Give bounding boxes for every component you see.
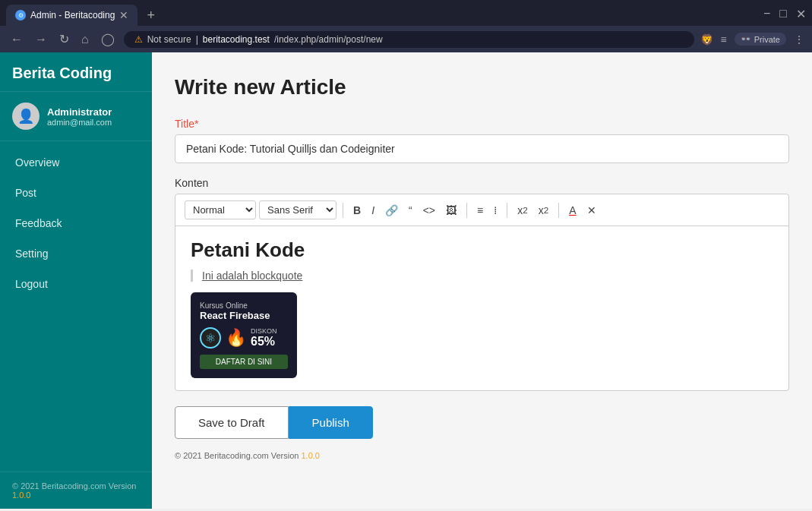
reload-button[interactable]: ↻ [56, 30, 72, 48]
user-email: admin@mail.com [47, 118, 112, 127]
editor-toolbar: Normal Heading 1 Heading 2 Sans Serif Se… [175, 194, 788, 226]
format-select[interactable]: Normal Heading 1 Heading 2 [185, 200, 256, 219]
version-text: 1.0.0 [301, 451, 319, 460]
not-secure-label: Not secure [147, 34, 191, 45]
new-tab-button[interactable]: + [141, 8, 161, 24]
tab-favicon: ⚙ [15, 10, 26, 21]
ordered-list-button[interactable]: ≡ [473, 202, 487, 219]
url-separator: | [196, 34, 198, 45]
private-badge: 👓 Private [735, 33, 786, 46]
footer-copyright: © 2021 Beritacoding.com Version [12, 481, 136, 490]
ad-discount-label: DISKON [251, 327, 277, 335]
sidebar-item-setting[interactable]: Setting [0, 238, 152, 269]
ad-icons: ⚛ 🔥 DISKON 65% [200, 327, 288, 349]
toolbar-separator-4 [558, 203, 559, 218]
editor-content[interactable]: Petani Kode Ini adalah blockquote Kursus… [175, 226, 788, 390]
footer-version: 1.0.0 [12, 490, 30, 500]
editor-wrapper: Normal Heading 1 Heading 2 Sans Serif Se… [175, 194, 789, 391]
url-path: /index.php/admin/post/new [274, 34, 383, 45]
private-label: Private [754, 35, 780, 44]
browser-tab[interactable]: ⚙ Admin - Beritacoding ✕ [6, 5, 137, 26]
browser-chrome: ⚙ Admin - Beritacoding ✕ + − □ ✕ ← → ↻ ⌂… [0, 0, 812, 52]
font-select[interactable]: Sans Serif Serif Monospace [259, 200, 336, 219]
maximize-button[interactable]: □ [779, 7, 787, 21]
title-label: Title* [175, 118, 789, 130]
italic-button[interactable]: I [368, 202, 378, 219]
ad-subtitle: Kursus Online [200, 301, 288, 310]
content-heading: Petani Kode [191, 238, 773, 262]
blockquote-button[interactable]: “ [405, 202, 416, 219]
back-button[interactable]: ← [8, 31, 26, 48]
app-layout: Berita Coding 👤 Administrator admin@mail… [0, 52, 812, 509]
bookmark-button[interactable]: ◯ [98, 30, 118, 48]
ad-cta: DAFTAR DI SINI [200, 355, 288, 369]
minimize-button[interactable]: − [763, 7, 770, 21]
avatar: 👤 [12, 103, 39, 130]
sidebar-brand: Berita Coding [0, 52, 152, 92]
bold-button[interactable]: B [349, 202, 365, 219]
browser-titlebar: ⚙ Admin - Beritacoding ✕ + − □ ✕ [0, 0, 812, 26]
browser-toolbar: ← → ↻ ⌂ ◯ ⚠ Not secure | beritacoding.te… [0, 26, 812, 52]
url-domain: beritacoding.test [203, 34, 270, 45]
copyright-text: © 2021 Beritacoding.com Version [175, 451, 301, 460]
konten-label: Konten [175, 177, 789, 189]
sidebar-user: 👤 Administrator admin@mail.com [0, 92, 152, 141]
link-button[interactable]: 🔗 [381, 202, 402, 219]
tab-close-button[interactable]: ✕ [119, 9, 128, 21]
title-input[interactable] [175, 134, 789, 163]
ad-title: React Firebase [200, 310, 288, 321]
main-content: Write new Article Title* Konten Normal H… [152, 52, 812, 509]
clean-button[interactable]: ✕ [583, 202, 600, 219]
user-info: Administrator admin@mail.com [47, 106, 112, 127]
code-button[interactable]: <> [419, 202, 439, 219]
color-button[interactable]: A [565, 202, 580, 219]
address-bar[interactable]: ⚠ Not secure | beritacoding.test /index.… [124, 31, 694, 48]
tab-title: Admin - Beritacoding [30, 10, 115, 21]
konten-form-group: Konten Normal Heading 1 Heading 2 Sans S… [175, 177, 789, 391]
content-blockquote: Ini adalah blockquote [191, 270, 773, 282]
close-button[interactable]: ✕ [796, 7, 806, 21]
sidebar-item-post[interactable]: Post [0, 178, 152, 208]
ad-banner: Kursus Online React Firebase ⚛ 🔥 DISKON … [191, 292, 297, 378]
sidebar-item-overview[interactable]: Overview [0, 147, 152, 178]
sidebar-item-logout[interactable]: Logout [0, 269, 152, 299]
save-draft-button[interactable]: Save to Draft [175, 406, 289, 439]
image-button[interactable]: 🖼 [442, 202, 460, 219]
home-button[interactable]: ⌂ [78, 31, 92, 48]
menu-icon[interactable]: ⋮ [794, 33, 804, 46]
ad-discount-value: 65% [251, 335, 277, 349]
window-controls: − □ ✕ [763, 7, 806, 24]
settings-icon[interactable]: ≡ [721, 33, 727, 46]
react-icon: ⚛ [200, 327, 221, 349]
unordered-list-button[interactable]: ⁞ [490, 202, 501, 219]
toolbar-separator-1 [343, 203, 343, 218]
subscript-button[interactable]: x2 [513, 202, 531, 219]
publish-button[interactable]: Publish [289, 406, 373, 439]
browser-extras: 🦁 ≡ 👓 Private ⋮ [700, 33, 804, 46]
action-buttons: Save to Draft Publish [175, 406, 789, 439]
security-warning-icon: ⚠ [134, 34, 143, 45]
user-name: Administrator [47, 106, 112, 118]
page-title: Write new Article [175, 75, 789, 99]
toolbar-separator-2 [466, 203, 467, 218]
forward-button[interactable]: → [32, 31, 50, 48]
toolbar-separator-3 [507, 203, 507, 218]
brave-icon: 🦁 [700, 33, 713, 46]
superscript-button[interactable]: x2 [535, 202, 552, 219]
sidebar: Berita Coding 👤 Administrator admin@mail… [0, 52, 152, 509]
sidebar-footer: © 2021 Beritacoding.com Version 1.0.0 [0, 472, 152, 509]
title-form-group: Title* [175, 118, 789, 163]
blockquote-text: Ini adalah blockquote [202, 270, 302, 282]
glasses-icon: 👓 [741, 34, 751, 44]
copyright: © 2021 Beritacoding.com Version 1.0.0 [175, 451, 789, 460]
sidebar-nav: Overview Post Feedback Setting Logout [0, 147, 152, 472]
firebase-icon: 🔥 [226, 328, 246, 348]
sidebar-item-feedback[interactable]: Feedback [0, 208, 152, 238]
